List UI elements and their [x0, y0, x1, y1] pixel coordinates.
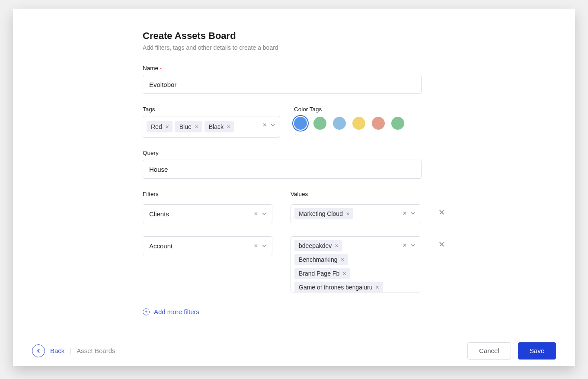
query-input[interactable] — [143, 160, 422, 179]
tag-chip: Blue ✕ — [175, 121, 202, 132]
tags-input[interactable]: Red ✕ Blue ✕ Black ✕ ✕ — [143, 116, 280, 138]
remove-value-icon[interactable]: ✕ — [346, 212, 350, 216]
save-button[interactable]: Save — [518, 342, 556, 360]
color-swatch[interactable] — [352, 117, 365, 130]
filter-value-input[interactable]: Marketing Cloud ✕ ✕ — [291, 204, 420, 223]
chevron-down-icon[interactable] — [410, 243, 415, 248]
value-chip: bdeepakdev ✕ — [294, 240, 342, 251]
remove-value-icon[interactable]: ✕ — [342, 271, 346, 276]
clear-values-icon[interactable]: ✕ — [403, 243, 407, 248]
back-link[interactable]: Back — [50, 347, 64, 354]
values-header: Values — [291, 191, 420, 197]
delete-filter-row-icon[interactable]: ✕ — [438, 204, 451, 216]
back-arrow-icon[interactable] — [32, 344, 45, 357]
color-swatch[interactable] — [294, 117, 307, 130]
clear-values-icon[interactable]: ✕ — [403, 211, 407, 216]
remove-value-icon[interactable]: ✕ — [341, 257, 345, 262]
tag-chip: Red ✕ — [147, 121, 173, 132]
value-chip: Marketing Cloud ✕ — [294, 208, 353, 219]
breadcrumb: Asset Boards — [77, 347, 115, 354]
color-swatch-group — [294, 116, 437, 130]
required-indicator: • — [160, 66, 162, 71]
chevron-down-icon[interactable] — [410, 211, 415, 216]
value-chip: Game of thrones bengaluru ✕ — [294, 282, 383, 292]
color-swatch[interactable] — [313, 117, 326, 130]
query-label: Query — [143, 150, 437, 156]
remove-tag-icon[interactable]: ✕ — [195, 125, 198, 129]
color-swatch[interactable] — [333, 117, 346, 130]
tags-label: Tags — [143, 106, 285, 112]
clear-filter-icon[interactable]: ✕ — [254, 243, 258, 248]
color-tags-label: Color Tags — [294, 106, 437, 112]
chevron-down-icon[interactable] — [262, 211, 267, 216]
filter-select[interactable]: Clients ✕ — [143, 204, 272, 223]
filter-value-input[interactable]: bdeepakdev ✕ Benchmarking ✕ Brand Page F… — [291, 236, 420, 292]
remove-tag-icon[interactable]: ✕ — [165, 125, 169, 129]
delete-filter-row-icon[interactable]: ✕ — [438, 236, 451, 248]
clear-tags-icon[interactable]: ✕ — [262, 122, 267, 128]
clear-filter-icon[interactable]: ✕ — [254, 211, 258, 216]
separator: | — [70, 347, 71, 354]
add-more-filters-button[interactable]: + Add more filters — [143, 308, 199, 315]
footer-bar: Back | Asset Boards Cancel Save — [13, 335, 575, 366]
value-chip: Benchmarking ✕ — [294, 254, 348, 265]
remove-tag-icon[interactable]: ✕ — [227, 125, 230, 129]
cancel-button[interactable]: Cancel — [467, 342, 511, 360]
color-swatch[interactable] — [391, 117, 404, 130]
remove-value-icon[interactable]: ✕ — [335, 244, 339, 248]
page-title: Create Assets Board — [143, 30, 437, 42]
color-swatch[interactable] — [372, 117, 385, 130]
chevron-down-icon[interactable] — [262, 243, 267, 248]
chevron-down-icon[interactable] — [270, 122, 275, 128]
tag-chip: Black ✕ — [205, 121, 234, 132]
plus-circle-icon: + — [143, 308, 150, 315]
page-subtitle: Add filters, tags and other details to c… — [143, 44, 437, 51]
value-chip: Brand Page Fb ✕ — [294, 268, 350, 279]
filter-select[interactable]: Account ✕ — [143, 236, 272, 255]
name-label: Name • — [143, 65, 437, 71]
remove-value-icon[interactable]: ✕ — [375, 285, 379, 290]
name-input[interactable] — [143, 75, 422, 94]
filters-header: Filters — [143, 191, 272, 197]
